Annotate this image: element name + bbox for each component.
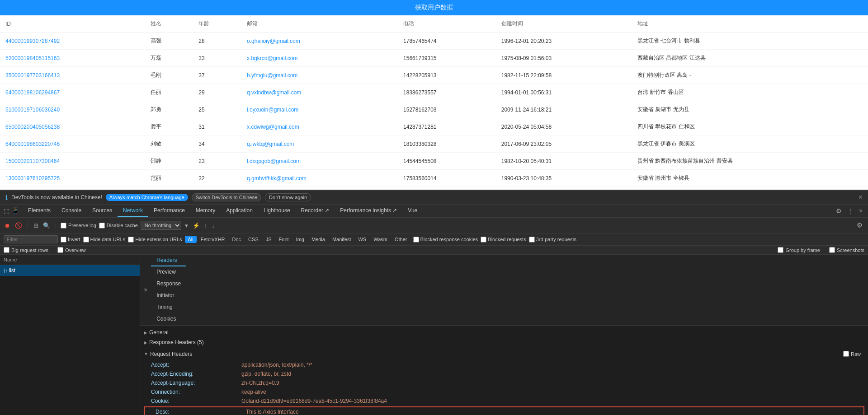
devtools-tab-lighthouse[interactable]: Lighthouse [258, 205, 296, 217]
disable-cache-checkbox[interactable]: Disable cache [99, 223, 138, 228]
devtools-tab-performance-insights-↗[interactable]: Performance insights ↗ [335, 205, 402, 217]
table-row[interactable]: 520000198405115163万磊33x.bgkrco@gmail.com… [0, 50, 868, 67]
devtools-tab-console[interactable]: Console [56, 205, 87, 217]
type-filter-btn-fetch/xhr[interactable]: Fetch/XHR [198, 236, 228, 243]
type-filter-btn-img[interactable]: Img [293, 236, 307, 243]
type-filter-btn-all[interactable]: All [185, 236, 197, 243]
table-cell: 邵静 [145, 153, 193, 170]
filter-button[interactable]: ⊟ [33, 221, 39, 230]
options-row: Big request rows Overview Group by frame… [0, 246, 868, 255]
sub-tab-cookies[interactable]: Cookies [151, 313, 186, 325]
table-row[interactable]: 640000198106294867任丽29q.vxlndbw@gmail.co… [0, 84, 868, 101]
upload-icon[interactable]: ↑ [203, 221, 208, 230]
header-val: application/json, text/plain, */* [241, 362, 857, 368]
notification-bar: ℹ DevTools is now available in Chinese! … [0, 191, 868, 205]
table-cell: l.mqxmyotji@gmail.com [241, 187, 398, 190]
type-filter-btn-wasm[interactable]: Wasm [370, 236, 391, 243]
overview-cb[interactable]: Overview [57, 247, 86, 253]
devtools-tab-performance[interactable]: Performance [148, 205, 190, 217]
table-row[interactable]: 440000199307287492高强28o.gheiioiy@gmail.c… [0, 33, 868, 50]
table-cell: x.bgkrco@gmail.com [241, 50, 398, 67]
clear-button[interactable]: 🚫 [14, 221, 23, 230]
table-cell: 万磊 [145, 50, 193, 67]
type-filter-btn-font[interactable]: Font [276, 236, 292, 243]
table-cell: 1982-11-15 22:09:58 [496, 67, 632, 84]
group-by-frame-cb[interactable]: Group by frame [778, 247, 820, 253]
preserve-log-checkbox[interactable]: Preserve log [61, 223, 96, 228]
table-row[interactable]: 150000201107308464邵静23l.dcqpgob@gmail.co… [0, 153, 868, 170]
sub-tab-initiator[interactable]: Initiator [151, 290, 186, 302]
type-filter-btn-ws[interactable]: WS [355, 236, 369, 243]
close-tab-icon[interactable]: × [857, 205, 864, 216]
table-row[interactable]: 340000198704235284锺娟31l.mqxmyotji@gmail.… [0, 187, 868, 190]
import-icon[interactable]: ⚡ [192, 221, 201, 230]
third-party-checkbox[interactable]: 3rd-party requests [529, 237, 576, 242]
more-tab-icon[interactable]: ⋮ [845, 205, 855, 216]
download-icon[interactable]: ↓ [211, 221, 216, 230]
table-cell: 安徽省 巢湖市 无为县 [632, 101, 868, 118]
general-section-row[interactable]: ▶ General [140, 327, 868, 337]
settings-tab-icon[interactable]: ⚙ [834, 205, 844, 216]
search-button[interactable]: 🔍 [42, 221, 51, 230]
hide-data-urls-checkbox[interactable]: Hide data URLs [83, 237, 126, 242]
table-cell: i.oyxuoin@gmail.com [241, 101, 398, 118]
table-cell: 31 [193, 187, 241, 190]
table-row[interactable]: 130000197610295725范丽32q.gmhvtfhkk@gmail.… [0, 170, 868, 187]
switch-devtools-button[interactable]: Switch DevTools to Chinese [192, 193, 261, 201]
sub-tab-preview[interactable]: Preview [151, 266, 186, 278]
raw-checkbox[interactable]: Raw [840, 349, 864, 359]
filter-input[interactable] [4, 235, 58, 243]
table-cell: 17857465474 [398, 33, 496, 50]
devtools-tab-elements[interactable]: Elements [23, 205, 56, 217]
type-filter-btn-manifest[interactable]: Manifest [329, 236, 354, 243]
left-panel-header: Name [0, 255, 140, 265]
table-cell: 440000199307287492 [0, 33, 145, 50]
desc-key: Desc: [156, 409, 246, 415]
devtools-tab-sources[interactable]: Sources [87, 205, 118, 217]
devtools-tab-recorder-↗[interactable]: Recorder ↗ [296, 205, 335, 217]
blocked-requests-checkbox[interactable]: Blocked requests [481, 237, 526, 242]
type-filter-btn-js[interactable]: JS [263, 236, 275, 243]
table-header: ID姓名年龄邮箱电话创建时间地址 [0, 15, 868, 33]
column-header: 电话 [398, 15, 496, 33]
table-row[interactable]: 510000197106036240郑勇25i.oyxuoin@gmail.co… [0, 101, 868, 118]
devtools-tab-memory[interactable]: Memory [190, 205, 221, 217]
devtools-tab-network[interactable]: Network [118, 205, 148, 217]
table-cell: 黑龙江省 七台河市 勃利县 [632, 33, 868, 50]
always-match-button[interactable]: Always match Chrome's language [106, 194, 188, 201]
big-request-rows-cb[interactable]: Big request rows [4, 247, 48, 253]
sub-tab-response[interactable]: Response [151, 278, 186, 290]
table-cell: 640000198603220746 [0, 135, 145, 153]
header-field-row: Accept-Language:zh-CN,zh;q=0.9 [140, 378, 868, 387]
table-cell: 15661739315 [398, 50, 496, 67]
blocked-cookies-checkbox[interactable]: Blocked response cookies [413, 237, 478, 242]
table-cell: 2009-11-24 16:18:21 [496, 101, 632, 118]
network-settings-button[interactable]: ⚙ [855, 219, 864, 231]
type-filter-btn-other[interactable]: Other [392, 236, 410, 243]
sub-tab-timing[interactable]: Timing [151, 302, 186, 313]
cursor-icon: ⬚ [4, 207, 9, 214]
table-row[interactable]: 640000198603220746刘敏34q.iwktq@gmail.com1… [0, 135, 868, 153]
table-row[interactable]: 350000197703166413毛刚37h.yfmgiu@gmail.com… [0, 67, 868, 84]
type-filter-btn-media[interactable]: Media [308, 236, 328, 243]
hide-extension-urls-checkbox[interactable]: Hide extension URLs [128, 237, 182, 242]
sub-tab-headers[interactable]: Headers [151, 255, 186, 266]
screenshots-cb[interactable]: Screenshots [829, 247, 864, 253]
record-button[interactable]: ⏺ [4, 221, 11, 230]
dt-toolbar: ⏺ 🚫 ⊟ 🔍 Preserve log Disable cache No th… [0, 218, 868, 233]
devtools-tab-vue[interactable]: Vue [402, 205, 423, 217]
type-filter-btn-css[interactable]: CSS [245, 236, 262, 243]
invert-checkbox[interactable]: Invert [61, 237, 80, 242]
dont-show-button[interactable]: Don't show again [265, 193, 311, 201]
devtools-tab-application[interactable]: Application [221, 205, 258, 217]
throttle-select[interactable]: No throttling [141, 221, 181, 230]
table-cell: 四川省 攀枝花市 仁和区 [632, 118, 868, 135]
table-cell: x.cdwiwg@gmail.com [241, 118, 398, 135]
sub-panel-close[interactable]: × [144, 286, 147, 294]
notification-close-button[interactable]: × [859, 193, 863, 201]
list-item-list[interactable]: {} list [0, 265, 140, 276]
table-row[interactable]: 650000200405056238龚平31x.cdwiwg@gmail.com… [0, 118, 868, 135]
response-headers-section-row[interactable]: ▶ Response Headers (5) [140, 337, 868, 347]
type-filter-btn-doc[interactable]: Doc [229, 236, 245, 243]
request-headers-section[interactable]: ▼ Request Headers Raw [140, 347, 868, 360]
